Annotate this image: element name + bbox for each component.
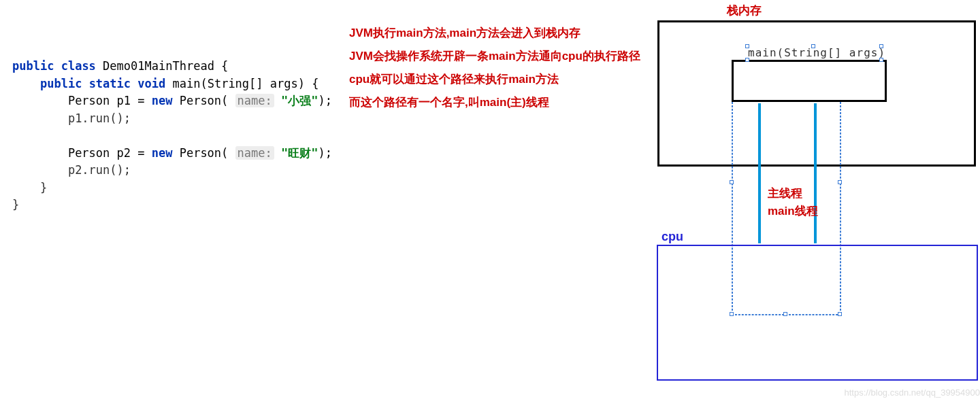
- handle-top-right: [879, 44, 883, 48]
- hndl-mid-left: [730, 180, 734, 184]
- kw-new1: new: [152, 94, 173, 107]
- c7: }: [40, 181, 47, 194]
- code-line-5: Person p2 = new Person( name: "旺财");: [12, 145, 332, 162]
- ex-l3: cpu就可以通过这个路径来执行main方法: [349, 68, 640, 91]
- main-sig: main(String[] args) {: [173, 77, 319, 90]
- c4: p1.run();: [68, 111, 131, 125]
- c3c: );: [318, 94, 331, 107]
- main-signature: main(String[] args): [748, 46, 885, 59]
- c6: p2.run();: [68, 163, 131, 177]
- c5c: );: [318, 146, 331, 160]
- ex-l4: 而这个路径有一个名字,叫main(主)线程: [349, 91, 640, 114]
- c3b: Person(: [172, 94, 235, 107]
- c8: }: [12, 198, 19, 211]
- thread-label: 主线程 main线程: [768, 185, 818, 220]
- bluepath-left: [758, 103, 761, 243]
- handle-top-mid: [811, 44, 815, 48]
- blank-line: [12, 127, 332, 145]
- code-line-3: Person p1 = new Person( name: "小强");: [12, 92, 332, 110]
- str1: "小强": [274, 94, 318, 107]
- main-frame-box: [732, 60, 887, 102]
- handle-bot-left: [745, 58, 749, 62]
- c3a: Person p1 =: [68, 94, 152, 107]
- ex-l1: JVM执行main方法,main方法会进入到栈内存: [349, 22, 640, 45]
- kw-class: class: [61, 59, 96, 73]
- ex-l2: JVM会找操作系统开辟一条main方法通向cpu的执行路径: [349, 45, 640, 68]
- code-line-2: public static void main(String[] args) {: [12, 75, 332, 93]
- c5a: Person p2 =: [68, 146, 152, 160]
- kw-new2: new: [152, 146, 173, 160]
- c5b: Person(: [172, 146, 235, 160]
- watermark: https://blog.csdn.net/qq_39954900: [845, 387, 981, 398]
- code-line-6: p2.run();: [12, 162, 332, 179]
- bluepath-right: [814, 103, 817, 243]
- kw-public2: public: [40, 77, 82, 90]
- kw-public: public: [12, 59, 54, 73]
- code-line-1: public class Demo01MainThread {: [12, 58, 332, 75]
- cpu-box: [657, 245, 978, 381]
- class-name: Demo01MainThread {: [103, 59, 228, 73]
- thread-l1: 主线程: [768, 185, 818, 203]
- explanation-text: JVM执行main方法,main方法会进入到栈内存 JVM会找操作系统开辟一条m…: [349, 22, 640, 114]
- code-line-7: }: [12, 179, 332, 197]
- thread-l2: main线程: [768, 203, 818, 220]
- handle-bot-right: [879, 58, 883, 62]
- str2: "旺财": [274, 146, 318, 160]
- cpu-label: cpu: [662, 230, 683, 244]
- code-line-8: }: [12, 196, 332, 214]
- kw-void: void: [137, 77, 165, 90]
- hint2: name:: [235, 146, 274, 160]
- code-line-4: p1.run();: [12, 110, 332, 128]
- code-block: public class Demo01MainThread { public s…: [12, 58, 332, 214]
- handle-top-left: [745, 44, 749, 48]
- hndl-mid-right: [838, 180, 842, 184]
- kw-static: static: [89, 77, 131, 90]
- hint1: name:: [235, 94, 274, 107]
- stack-label: 栈内存: [727, 3, 762, 18]
